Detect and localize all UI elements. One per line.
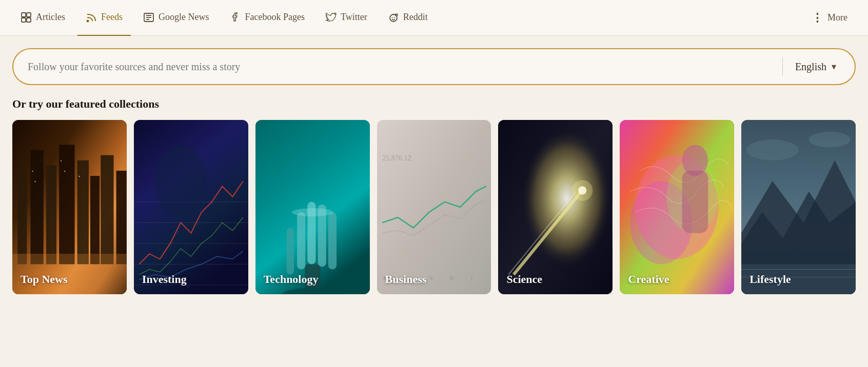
nav-more-button[interactable]: ⋮ More xyxy=(803,0,856,36)
collection-card-technology[interactable]: Technology xyxy=(255,120,370,294)
collections-title: Or try our featured collections xyxy=(12,97,856,111)
svg-point-4 xyxy=(86,19,89,22)
svg-rect-0 xyxy=(22,13,26,17)
svg-point-12 xyxy=(394,17,395,18)
svg-point-57 xyxy=(572,180,593,201)
language-selector[interactable]: English ▾ xyxy=(791,61,840,73)
collection-card-top-news[interactable]: Top News xyxy=(12,120,127,294)
more-dots-icon: ⋮ xyxy=(812,11,823,25)
card-label-lifestyle: Lifestyle xyxy=(749,273,791,286)
svg-rect-43 xyxy=(286,228,293,275)
svg-rect-16 xyxy=(20,160,24,171)
search-section: English ▾ xyxy=(0,36,868,93)
svg-rect-27 xyxy=(64,171,65,172)
nav-articles-label: Articles xyxy=(36,12,65,23)
card-label-business: Business xyxy=(385,273,427,286)
card-bg-lifestyle xyxy=(741,120,856,294)
svg-rect-53 xyxy=(498,120,613,294)
nav-facebook-pages-label: Facebook Pages xyxy=(245,12,304,23)
google-news-icon xyxy=(143,12,154,23)
svg-point-36 xyxy=(154,145,206,217)
card-label-technology: Technology xyxy=(264,273,319,286)
search-input[interactable] xyxy=(28,61,774,73)
card-label-top-news: Top News xyxy=(21,273,68,286)
svg-rect-18 xyxy=(46,166,56,264)
svg-rect-25 xyxy=(35,181,36,182)
card-label-science: Science xyxy=(506,273,542,286)
facebook-icon xyxy=(229,12,241,23)
svg-rect-63 xyxy=(682,171,708,233)
nav-item-facebook-pages[interactable]: Facebook Pages xyxy=(221,0,312,36)
nav-item-twitter[interactable]: Twitter xyxy=(317,0,376,36)
card-label-investing: Investing xyxy=(142,273,187,286)
card-bg-top-news xyxy=(12,120,127,294)
svg-point-44 xyxy=(292,208,333,216)
nav-feeds-label: Feeds xyxy=(101,12,123,23)
nav-reddit-label: Reddit xyxy=(403,12,428,23)
feeds-icon xyxy=(86,12,97,23)
svg-rect-24 xyxy=(32,171,33,172)
svg-line-13 xyxy=(393,14,397,15)
svg-rect-15 xyxy=(17,171,27,264)
svg-rect-2 xyxy=(22,18,26,22)
svg-text:N: N xyxy=(429,275,433,281)
svg-rect-17 xyxy=(30,150,43,264)
top-navigation: Articles Feeds Google News xyxy=(0,0,868,36)
svg-rect-1 xyxy=(27,13,31,17)
card-bg-creative xyxy=(620,120,734,294)
collection-card-science[interactable]: Science xyxy=(498,120,613,294)
svg-rect-19 xyxy=(59,145,74,264)
svg-text:D: D xyxy=(449,275,453,281)
search-bar: English ▾ xyxy=(12,48,856,85)
svg-point-11 xyxy=(391,17,392,18)
collection-card-creative[interactable]: Creative xyxy=(620,120,734,294)
svg-rect-28 xyxy=(79,176,80,177)
nav-item-reddit[interactable]: Reddit xyxy=(380,0,436,36)
svg-rect-3 xyxy=(27,18,31,22)
twitter-icon xyxy=(325,12,337,23)
svg-rect-26 xyxy=(61,160,62,161)
svg-rect-21 xyxy=(90,176,100,264)
card-bg-science xyxy=(498,120,613,294)
svg-rect-23 xyxy=(116,171,127,264)
collection-card-investing[interactable]: Investing xyxy=(134,120,248,294)
articles-icon xyxy=(21,12,32,23)
card-bg-technology xyxy=(255,120,370,294)
card-label-creative: Creative xyxy=(628,273,669,286)
card-bg-investing xyxy=(134,120,248,294)
svg-text:J: J xyxy=(470,275,472,281)
collections-section: Or try our featured collections xyxy=(0,93,868,307)
nav-item-google-news[interactable]: Google News xyxy=(135,0,217,36)
nav-item-feeds[interactable]: Feeds xyxy=(77,0,131,36)
svg-text:25,876.12: 25,876.12 xyxy=(382,154,411,162)
svg-point-68 xyxy=(809,132,851,147)
nav-twitter-label: Twitter xyxy=(341,12,367,23)
collection-card-business[interactable]: 25,876.12 A S O N D J Business xyxy=(377,120,491,294)
svg-rect-22 xyxy=(101,155,113,264)
collections-grid: Top News xyxy=(12,120,856,294)
chevron-down-icon: ▾ xyxy=(832,61,836,72)
nav-more-label: More xyxy=(827,12,847,23)
svg-rect-46 xyxy=(377,120,491,294)
nav-google-news-label: Google News xyxy=(159,12,209,23)
svg-rect-42 xyxy=(328,212,337,269)
svg-point-67 xyxy=(746,139,798,160)
nav-item-articles[interactable]: Articles xyxy=(12,0,73,36)
card-bg-business: 25,876.12 A S O N D J xyxy=(377,120,491,294)
reddit-icon xyxy=(388,12,399,23)
language-label: English xyxy=(795,61,826,73)
collection-card-lifestyle[interactable]: Lifestyle xyxy=(741,120,856,294)
search-divider xyxy=(782,57,783,76)
svg-rect-39 xyxy=(297,212,305,269)
